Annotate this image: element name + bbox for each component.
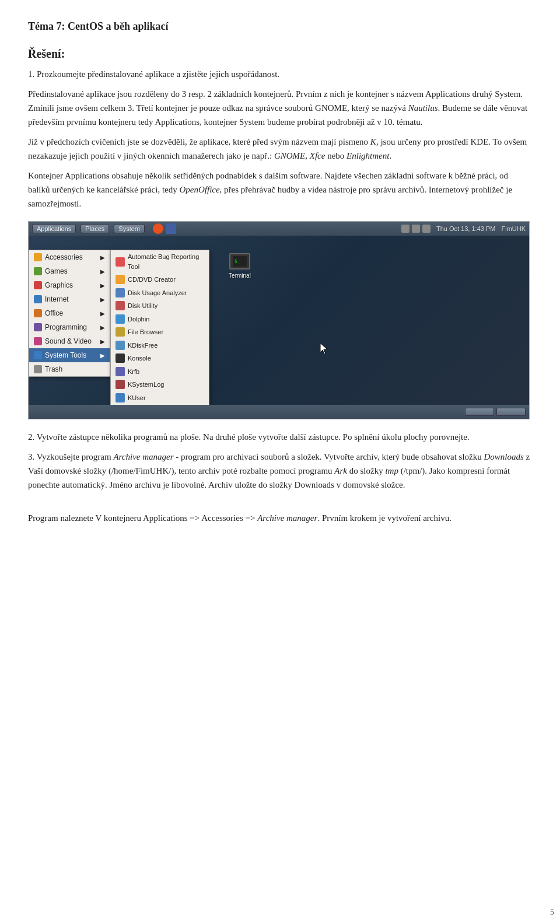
submenu-label-auto-bug: Automatic Bug Reporting Tool xyxy=(128,252,204,271)
workspace-switcher xyxy=(465,408,526,416)
system-tools-submenu: Automatic Bug Reporting Tool CD/DVD Crea… xyxy=(110,250,209,419)
graphics-icon xyxy=(34,281,42,289)
taskbar-left: Applications Places System xyxy=(32,223,176,234)
games-icon xyxy=(34,267,42,275)
submenu-label-kuser: KUser xyxy=(128,393,146,403)
disk-usage-icon xyxy=(116,288,125,298)
terminal-icon-label: Terminal xyxy=(229,271,251,280)
arrow-icon-games: ▶ xyxy=(100,267,105,276)
dolphin-icon xyxy=(116,314,125,324)
ksystemlog-icon xyxy=(116,380,125,389)
app-icon-2 xyxy=(166,223,176,234)
menu-label-internet: Internet xyxy=(45,294,69,304)
submenu-label-konsole: Konsole xyxy=(128,354,151,363)
system-menu-btn[interactable]: System xyxy=(114,224,145,233)
submenu-ksystemlog[interactable]: KSystemLog xyxy=(111,378,209,391)
paragraph-5: 2. Vytvořte zástupce několika programů n… xyxy=(28,430,532,444)
firefox-icon xyxy=(153,223,163,234)
svg-text:$_: $_ xyxy=(235,259,240,264)
menu-label-system-tools: System Tools xyxy=(45,350,86,360)
menu-item-sound-video[interactable]: Sound & Video ▶ xyxy=(29,334,110,348)
submenu-label-kwikdisk: KwikDisk xyxy=(128,419,154,420)
auto-bug-icon xyxy=(116,257,125,267)
arrow-icon-office: ▶ xyxy=(100,309,105,318)
paragraph-3: Již v předchozích cvičeních jste se dozv… xyxy=(28,135,532,163)
menu-label-trash: Trash xyxy=(45,364,62,374)
taskbar-bottom xyxy=(29,405,529,419)
workspace-2[interactable] xyxy=(496,408,526,416)
menu-item-system-tools[interactable]: System Tools ▶ xyxy=(29,348,110,362)
file-browser-icon xyxy=(116,327,125,337)
kuser-icon xyxy=(116,393,125,402)
menu-item-accessories[interactable]: Accessories ▶ xyxy=(29,250,110,264)
arrow-icon: ▶ xyxy=(100,253,105,262)
terminal-icon: $_ xyxy=(229,253,250,270)
submenu-label-disk-utility: Disk Utility xyxy=(128,301,158,311)
konsole-icon xyxy=(116,354,125,363)
paragraph-4: Kontejner Applications obsahuje několik … xyxy=(28,169,532,211)
applications-menu-btn[interactable]: Applications xyxy=(32,224,76,233)
page-title: Téma 7: CentOS a běh aplikací xyxy=(28,19,532,34)
submenu-disk-utility[interactable]: Disk Utility xyxy=(111,299,209,313)
arrow-icon-graphics: ▶ xyxy=(100,281,105,290)
svg-marker-2 xyxy=(320,343,327,354)
office-icon xyxy=(34,309,42,317)
submenu-krfb[interactable]: Krfb xyxy=(111,365,209,379)
applications-menu[interactable]: Accessories ▶ Games ▶ Graphics ▶ xyxy=(29,250,110,377)
system-tools-icon xyxy=(34,351,42,359)
mouse-cursor xyxy=(320,343,330,359)
submenu-cddvd[interactable]: CD/DVD Creator xyxy=(111,273,209,286)
sound-video-icon xyxy=(34,337,42,345)
menu-item-office[interactable]: Office ▶ xyxy=(29,306,110,320)
arrow-icon-internet: ▶ xyxy=(100,295,105,304)
accessories-icon xyxy=(34,253,42,261)
submenu-label-disk-usage: Disk Usage Analyzer xyxy=(128,288,187,298)
disk-utility-icon xyxy=(116,301,125,310)
taskbar-top: Applications Places System Thu Oct 13, 1… xyxy=(29,222,529,236)
submenu-label-krfb: Krfb xyxy=(128,367,139,377)
krfb-icon xyxy=(116,367,125,376)
submenu-kuser[interactable]: KUser xyxy=(111,391,209,405)
programming-icon xyxy=(34,323,42,331)
screenshot: Applications Places System Thu Oct 13, 1… xyxy=(28,221,530,419)
submenu-file-browser[interactable]: File Browser xyxy=(111,326,209,339)
menu-label-office: Office xyxy=(45,308,63,318)
menu-label-accessories: Accessories xyxy=(45,252,83,262)
arrow-icon-sv: ▶ xyxy=(100,337,105,346)
submenu-konsole[interactable]: Konsole xyxy=(111,352,209,365)
menu-item-internet[interactable]: Internet ▶ xyxy=(29,292,110,306)
workspace-1[interactable] xyxy=(465,408,494,416)
paragraph-1: 1. Prozkoumejte předinstalované aplikace… xyxy=(28,67,532,81)
menu-item-graphics[interactable]: Graphics ▶ xyxy=(29,278,110,292)
datetime-display: Thu Oct 13, 1:43 PM xyxy=(436,224,496,234)
paragraph-6: 3. Vyzkoušejte program Archive manager -… xyxy=(28,450,532,492)
arrow-icon-prog: ▶ xyxy=(100,323,105,332)
paragraph-2: Předinstalované aplikace jsou rozděleny … xyxy=(28,87,532,129)
menu-item-programming[interactable]: Programming ▶ xyxy=(29,320,110,334)
submenu-kdiskfree[interactable]: KDiskFree xyxy=(111,339,209,352)
kdiskfree-icon xyxy=(116,341,125,350)
places-menu-btn[interactable]: Places xyxy=(80,224,109,233)
tray-icon-2 xyxy=(412,225,420,233)
tray-icon-3 xyxy=(422,225,430,233)
submenu-dolphin[interactable]: Dolphin xyxy=(111,313,209,326)
tray-icon-1 xyxy=(401,225,410,233)
menu-item-games[interactable]: Games ▶ xyxy=(29,264,110,278)
terminal-desktop-icon[interactable]: $_ Terminal xyxy=(221,253,258,280)
arrow-icon-st: ▶ xyxy=(100,351,105,360)
submenu-label-dolphin: Dolphin xyxy=(128,314,149,324)
username-display: FimUHK xyxy=(501,224,526,234)
menu-label-games: Games xyxy=(45,266,68,276)
menu-label-sound-video: Sound & Video xyxy=(45,336,92,346)
submenu-label-ksystemlog: KSystemLog xyxy=(128,380,164,390)
submenu-disk-usage[interactable]: Disk Usage Analyzer xyxy=(111,286,209,300)
submenu-auto-bug[interactable]: Automatic Bug Reporting Tool xyxy=(111,250,209,273)
desktop-area: $_ Terminal Accessories ▶ Games ▶ xyxy=(29,236,529,405)
menu-label-graphics: Graphics xyxy=(45,280,73,290)
menu-item-trash[interactable]: Trash xyxy=(29,362,110,376)
submenu-label-cddvd: CD/DVD Creator xyxy=(128,275,176,285)
menu-label-programming: Programming xyxy=(45,322,87,332)
paragraph-7: Program naleznete V kontejneru Applicati… xyxy=(28,511,532,525)
submenu-label-file-browser: File Browser xyxy=(128,327,163,337)
section-heading: Řešení: xyxy=(28,45,532,62)
